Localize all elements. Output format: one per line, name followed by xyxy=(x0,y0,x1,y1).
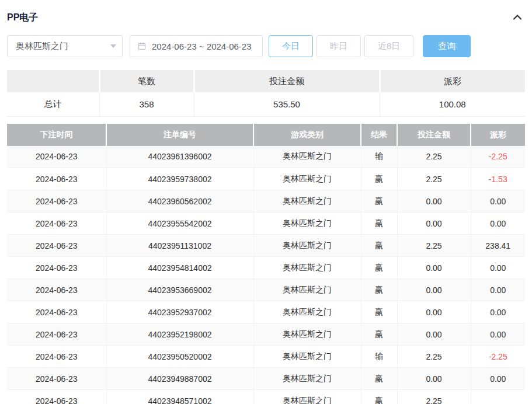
summary-col-bet-amount: 投注金额 xyxy=(194,70,380,92)
table-row: 2024-06-2344023952198002奥林匹斯之门赢0.000.00 xyxy=(7,323,525,346)
cell-amount: 0.00 xyxy=(397,301,471,323)
cell-order: 44023953669002 xyxy=(106,279,253,301)
cell-game: 奥林匹斯之门 xyxy=(253,346,361,368)
cell-game: 奥林匹斯之门 xyxy=(253,190,361,213)
cell-time: 2024-06-23 xyxy=(7,279,106,301)
cell-amount: 0.00 xyxy=(397,190,471,213)
cell-result: 赢 xyxy=(361,190,397,213)
cell-amount: 2.25 xyxy=(397,235,471,257)
calendar-icon xyxy=(137,41,147,51)
cell-game: 奥林匹斯之门 xyxy=(253,279,361,301)
cell-order: 44023950520002 xyxy=(106,346,253,368)
table-row: 2024-06-2344023954814002奥林匹斯之门赢0.000.00 xyxy=(7,257,525,279)
cell-game: 奥林匹斯之门 xyxy=(253,390,361,404)
table-row: 2024-06-2344023960562002奥林匹斯之门赢0.000.00 xyxy=(7,190,525,213)
cell-amount: 0.00 xyxy=(397,368,471,390)
table-row: 2024-06-2344023955542002奥林匹斯之门赢0.000.00 xyxy=(7,213,525,235)
filter-row: 奥林匹斯之门 2024-06-23 ~ 2024-06-23 今日 昨日 近8日… xyxy=(7,35,525,57)
page-title: PP电子 xyxy=(7,12,38,24)
cell-game: 奥林匹斯之门 xyxy=(253,146,361,168)
cell-time: 2024-06-23 xyxy=(7,190,106,213)
game-select[interactable]: 奥林匹斯之门 xyxy=(7,35,123,57)
cell-time: 2024-06-23 xyxy=(7,390,106,404)
table-row: 2024-06-2344023953669002奥林匹斯之门赢0.000.00 xyxy=(7,279,525,301)
cell-result: 赢 xyxy=(361,168,397,190)
cell-order: 44023961396002 xyxy=(106,146,253,168)
bets-table-body: 2024-06-2344023961396002奥林匹斯之门输2.25-2.25… xyxy=(7,146,525,404)
table-row: 2024-06-2344023949887002奥林匹斯之门赢0.000.00 xyxy=(7,368,525,390)
cell-payout: 238.41 xyxy=(471,235,525,257)
summary-col-payout: 派彩 xyxy=(380,70,525,92)
chevron-up-icon xyxy=(512,13,523,23)
summary-total-bet-amount: 535.50 xyxy=(194,92,380,116)
cell-result: 赢 xyxy=(361,257,397,279)
col-payout: 派彩 xyxy=(471,124,525,146)
cell-order: 44023955542002 xyxy=(106,213,253,235)
cell-time: 2024-06-23 xyxy=(7,168,106,190)
col-bet-time: 下注时间 xyxy=(7,124,106,146)
cell-game: 奥林匹斯之门 xyxy=(253,168,361,190)
table-row: 2024-06-2344023961396002奥林匹斯之门输2.25-2.25 xyxy=(7,146,525,168)
cell-game: 奥林匹斯之门 xyxy=(253,257,361,279)
cell-amount: 0.00 xyxy=(397,323,471,346)
collapse-button[interactable] xyxy=(510,11,525,25)
cell-payout: 0.00 xyxy=(471,368,525,390)
summary-col-empty xyxy=(7,70,99,92)
cell-time: 2024-06-23 xyxy=(7,235,106,257)
today-button[interactable]: 今日 xyxy=(269,35,313,57)
summary-table: 笔数 投注金额 派彩 总计 358 535.50 100.08 xyxy=(7,70,525,117)
cell-result: 输 xyxy=(361,346,397,368)
cell-payout: 0.00 xyxy=(471,279,525,301)
last-8-days-button[interactable]: 近8日 xyxy=(364,35,413,57)
date-range-value: 2024-06-23 ~ 2024-06-23 xyxy=(152,41,252,51)
cell-amount: 2.25 xyxy=(397,168,471,190)
cell-amount: 2.25 xyxy=(397,346,471,368)
cell-result: 赢 xyxy=(361,279,397,301)
panel-header: PP电子 xyxy=(7,6,525,29)
bets-table: 下注时间 注单编号 游戏类别 结果 投注金额 派彩 2024-06-234402… xyxy=(7,124,525,404)
cell-amount: 2.25 xyxy=(397,390,471,404)
cell-payout xyxy=(471,390,525,404)
summary-total-payout: 100.08 xyxy=(380,92,525,116)
cell-game: 奥林匹斯之门 xyxy=(253,301,361,323)
cell-order: 44023960562002 xyxy=(106,190,253,213)
cell-result: 赢 xyxy=(361,368,397,390)
cell-payout: -2.25 xyxy=(471,146,525,168)
cell-amount: 0.00 xyxy=(397,279,471,301)
cell-result: 输 xyxy=(361,146,397,168)
col-game-category: 游戏类别 xyxy=(253,124,361,146)
table-row: 2024-06-2344023952937002奥林匹斯之门赢0.000.00 xyxy=(7,301,525,323)
summary-total-row: 总计 358 535.50 100.08 xyxy=(7,92,525,116)
bets-header-row: 下注时间 注单编号 游戏类别 结果 投注金额 派彩 xyxy=(7,124,525,146)
cell-amount: 0.00 xyxy=(397,213,471,235)
cell-payout: 0.00 xyxy=(471,323,525,346)
cell-time: 2024-06-23 xyxy=(7,146,106,168)
chevron-down-icon xyxy=(110,44,116,48)
col-result: 结果 xyxy=(361,124,397,146)
pp-report-panel: PP电子 奥林匹斯之门 2024-06-23 ~ 2024-06-23 今日 xyxy=(0,0,532,404)
cell-time: 2024-06-23 xyxy=(7,213,106,235)
table-row: 2024-06-2344023950520002奥林匹斯之门输2.25-2.25 xyxy=(7,346,525,368)
table-row: 2024-06-2344023959738002奥林匹斯之门赢2.25-1.53 xyxy=(7,168,525,190)
cell-result: 赢 xyxy=(361,235,397,257)
date-range-input[interactable]: 2024-06-23 ~ 2024-06-23 xyxy=(130,35,263,57)
cell-payout: 0.00 xyxy=(471,213,525,235)
cell-order: 44023948571002 xyxy=(106,390,253,404)
cell-game: 奥林匹斯之门 xyxy=(253,323,361,346)
cell-payout: 0.00 xyxy=(471,190,525,213)
cell-time: 2024-06-23 xyxy=(7,323,106,346)
cell-payout: -2.25 xyxy=(471,346,525,368)
cell-amount: 2.25 xyxy=(397,146,471,168)
summary-header-row: 笔数 投注金额 派彩 xyxy=(7,70,525,92)
cell-result: 赢 xyxy=(361,301,397,323)
cell-order: 44023952937002 xyxy=(106,301,253,323)
cell-game: 奥林匹斯之门 xyxy=(253,368,361,390)
cell-time: 2024-06-23 xyxy=(7,368,106,390)
cell-order: 44023952198002 xyxy=(106,323,253,346)
query-button[interactable]: 查询 xyxy=(423,35,471,57)
game-select-value: 奥林匹斯之门 xyxy=(16,41,68,52)
cell-game: 奥林匹斯之门 xyxy=(253,235,361,257)
yesterday-button[interactable]: 昨日 xyxy=(317,35,361,57)
cell-payout: 0.00 xyxy=(471,257,525,279)
summary-total-count: 358 xyxy=(99,92,194,116)
